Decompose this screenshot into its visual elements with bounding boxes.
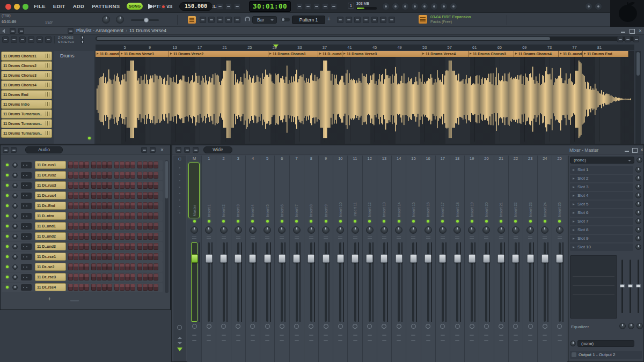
step-cell[interactable] (91, 284, 96, 291)
step-cell[interactable] (102, 182, 107, 189)
step-cell[interactable] (91, 243, 96, 250)
step-cell[interactable] (84, 284, 89, 291)
playlist-hscroll-thumb[interactable] (97, 37, 550, 40)
shuffle-slider[interactable] (131, 19, 159, 21)
step-cell[interactable] (74, 202, 78, 209)
fader-handle[interactable] (556, 254, 563, 263)
step-cell[interactable] (102, 161, 107, 168)
step-cell[interactable] (84, 212, 89, 219)
channel-enable-led[interactable] (6, 184, 9, 187)
typing-keyboard-icon[interactable] (430, 3, 438, 10)
step-cell[interactable] (143, 202, 148, 209)
step-cell[interactable] (74, 223, 78, 230)
slot-label[interactable]: Slot 6 (570, 209, 633, 217)
playlist-vscroll-thumb[interactable] (636, 52, 640, 76)
mixer-track-3[interactable]: 3Insert 3 (231, 156, 246, 362)
step-cell[interactable] (102, 284, 107, 291)
mixer-slot-8[interactable]: Slot 8 (570, 226, 643, 234)
step-cell[interactable] (68, 243, 73, 250)
help-icon[interactable] (421, 3, 428, 10)
channel-group-selector[interactable]: Audio (25, 146, 63, 153)
track-record-icon[interactable] (309, 324, 313, 329)
track-mute-led[interactable] (281, 220, 283, 223)
track-name-box[interactable]: Master (188, 162, 200, 218)
channel-button[interactable]: 11 Dr..rse4 (35, 283, 66, 291)
fader-handle[interactable] (366, 254, 373, 263)
channel-row[interactable]: 11 Dr..rse4 (2, 283, 163, 292)
track-pan-knob[interactable] (512, 226, 519, 234)
step-cell[interactable] (130, 274, 135, 280)
step-cell[interactable] (114, 192, 119, 199)
output-routing-row[interactable]: Output 1 - Output 2 (570, 351, 642, 359)
track-record-icon[interactable] (426, 324, 430, 329)
channel-pan-knob[interactable] (12, 264, 18, 270)
step-cell[interactable] (107, 192, 112, 199)
mixer-slot-2[interactable]: Slot 2 (570, 175, 643, 182)
mixer-track-23[interactable]: 23Insert 23 (523, 156, 538, 362)
stretch-knob[interactable] (80, 40, 84, 43)
track-name-box[interactable]: Insert 15 (407, 162, 419, 218)
track-record-icon[interactable] (528, 324, 533, 329)
step-cell[interactable] (84, 172, 89, 179)
clip-source-button[interactable]: 11 Drums Chorus3 (1, 71, 52, 80)
step-cell[interactable] (120, 161, 125, 168)
step-cell[interactable] (102, 233, 107, 240)
track-record-icon[interactable] (207, 324, 211, 329)
fader-handle[interactable] (439, 254, 446, 263)
step-cell[interactable] (143, 274, 148, 280)
track-pan-knob[interactable] (293, 226, 301, 234)
step-cell[interactable] (137, 223, 142, 230)
track-record-icon[interactable] (353, 324, 357, 329)
track-pan-knob[interactable] (468, 226, 475, 234)
fader-handle[interactable] (293, 254, 300, 263)
step-cell[interactable] (153, 284, 158, 291)
step-cell[interactable] (79, 274, 84, 280)
channel-target-box[interactable] (21, 274, 32, 280)
mixer-track-16[interactable]: 16Insert 16 (421, 156, 436, 362)
step-cell[interactable] (120, 263, 125, 270)
zoom-in-icon[interactable] (625, 36, 631, 42)
track-pan-knob[interactable] (497, 226, 505, 234)
maximize-icon[interactable] (629, 28, 634, 33)
arrangement-clip[interactable]: 11 Drums Chorus1 (268, 51, 318, 57)
step-cell[interactable] (137, 172, 142, 179)
step-cell[interactable] (79, 192, 84, 199)
chat-icon[interactable] (595, 3, 602, 10)
mixer-track-11[interactable]: 11Insert 11 (348, 156, 362, 362)
step-cell[interactable] (79, 202, 84, 209)
mixer-track-8[interactable]: 8Insert 8 (304, 156, 319, 362)
track-pan-knob[interactable] (526, 226, 534, 234)
step-cell[interactable] (143, 182, 148, 189)
step-cell[interactable] (114, 161, 119, 168)
step-cell[interactable] (68, 284, 73, 291)
step-cell[interactable] (125, 223, 130, 230)
close-icon[interactable]: × (638, 28, 643, 33)
mixer-track-17[interactable]: 17Insert 17 (436, 156, 450, 362)
step-cell[interactable] (97, 223, 101, 230)
step-cell[interactable] (68, 253, 73, 260)
step-cell[interactable] (130, 233, 135, 240)
channel-row[interactable]: 11 Dr..rus1 (2, 160, 163, 170)
channel-row[interactable]: 11 D..ntro (2, 211, 163, 221)
step-cell[interactable] (153, 243, 158, 250)
step-cell[interactable] (125, 202, 130, 209)
mixer-track-M[interactable]: MMaster (187, 156, 202, 362)
mute-mode-icon[interactable] (36, 36, 43, 43)
step-cell[interactable] (107, 161, 112, 168)
channel-target-box[interactable] (21, 264, 32, 270)
channel-enable-led[interactable] (6, 215, 9, 217)
eq-band-2-handle[interactable] (628, 284, 633, 287)
step-cell[interactable] (74, 253, 78, 260)
channel-target-box[interactable] (21, 233, 32, 240)
step-cell[interactable] (97, 192, 101, 199)
slot-label[interactable]: Slot 2 (570, 175, 633, 182)
step-cell[interactable] (153, 161, 158, 168)
step-cell[interactable] (68, 182, 73, 189)
countdown-icon[interactable] (234, 3, 240, 10)
track-active-led[interactable] (88, 137, 91, 139)
select-tool-icon[interactable] (234, 17, 240, 23)
track-pan-knob[interactable] (278, 226, 286, 234)
fader-handle[interactable] (454, 254, 461, 263)
track-mute-led[interactable] (471, 220, 473, 223)
track-mute-led[interactable] (398, 220, 400, 223)
